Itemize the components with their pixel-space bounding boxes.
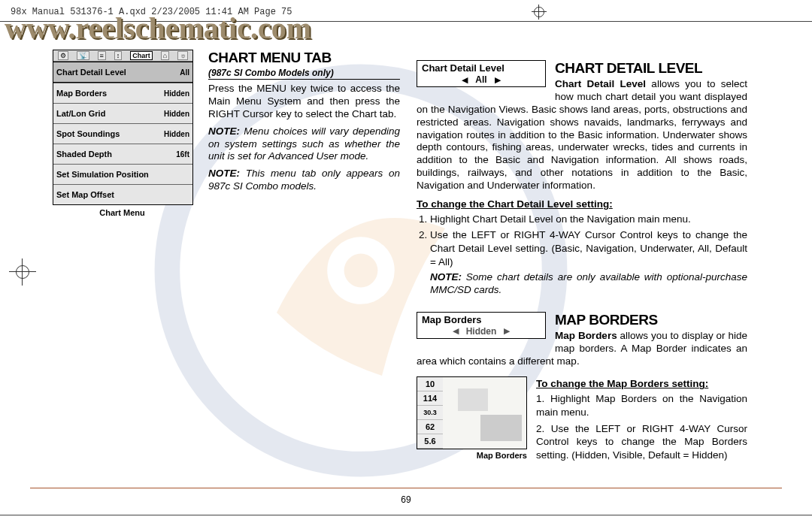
footer-rule — [30, 488, 782, 488]
setting-label: Chart Detail Level — [417, 61, 545, 74]
page-number: 69 — [0, 494, 812, 505]
row-label: Spot Soundings — [56, 129, 120, 138]
thumb-value: 62 — [417, 420, 443, 434]
menu-row: Map Borders Hidden — [53, 83, 192, 103]
row-label: Map Borders — [56, 89, 107, 98]
left-arrow-icon: ◀ — [462, 75, 468, 85]
menu-row: Lat/Lon Grid Hidden — [53, 103, 192, 123]
subtitle-models-only: (987c SI Combo Models only) — [208, 68, 400, 80]
menu-row: Spot Soundings Hidden — [53, 123, 192, 144]
note-1: NOTE: Menu choices will vary depending o… — [208, 125, 400, 164]
tab-icon: 📡 — [77, 51, 89, 60]
thumb-value: 10 — [417, 377, 443, 391]
row-value: Hidden — [164, 89, 189, 98]
thumb-value: 5.6 — [417, 434, 443, 449]
row-label: Set Map Offset — [56, 190, 114, 199]
chart-detail-steps: Highlight Chart Detail Level on the Navi… — [430, 213, 747, 268]
tab-chart-active: Chart — [130, 51, 153, 60]
menu-row-chart-detail: Chart Detail Level All — [53, 62, 192, 83]
right-arrow-icon: ▶ — [495, 75, 501, 85]
setting-value: All — [475, 74, 486, 85]
row-label: Set Simulation Position — [56, 170, 149, 179]
right-column: Chart Detail Level ◀ All ▶ CHART DETAIL … — [417, 50, 747, 461]
row-value: 16ft — [176, 150, 189, 159]
setting-label: Map Borders — [417, 313, 545, 325]
chart-detail-level-para: Chart Detail Level allows you to select … — [417, 78, 747, 192]
chart-detail-level-box: Chart Detail Level ◀ All ▶ — [417, 60, 546, 87]
row-label: Shaded Depth — [56, 150, 112, 159]
chart-detail-level-section: Chart Detail Level ◀ All ▶ CHART DETAIL … — [417, 60, 747, 301]
middle-column: CHART MENU TAB (987c SI Combo Models onl… — [208, 50, 400, 461]
chart-menu-tab-para: Press the MENU key twice to access the M… — [208, 83, 400, 121]
chart-menu-screenshot: ⚙ 📡 ≡ ↕ Chart ⌂ ☼ Chart Detail Level All… — [53, 50, 193, 205]
menu-row: Set Simulation Position — [53, 164, 192, 184]
map-thumbnail-caption: Map Borders — [417, 451, 527, 460]
thumb-value: 114 — [417, 391, 443, 406]
tab-icon: ↕ — [114, 51, 123, 60]
chart-menu-caption: Chart Menu — [53, 208, 192, 217]
left-arrow-icon: ◀ — [453, 326, 459, 336]
step: Use the LEFT or RIGHT 4-WAY Cursor Contr… — [430, 228, 747, 268]
tab-icon: ⚙ — [58, 51, 68, 60]
menu-row: Shaded Depth 16ft — [53, 144, 192, 164]
chart-menu-tab-heading: CHART MENU TAB — [208, 50, 400, 66]
setting-value: Hidden — [466, 326, 497, 337]
right-arrow-icon: ▶ — [504, 326, 510, 336]
row-label: Chart Detail Level — [56, 68, 126, 77]
menu-row: Set Map Offset — [53, 184, 192, 204]
map-borders-box: Map Borders ◀ Hidden ▶ — [417, 312, 546, 339]
tab-icon: ☼ — [177, 51, 188, 60]
chart-menu-tabs: ⚙ 📡 ≡ ↕ Chart ⌂ ☼ — [53, 50, 192, 62]
bottom-rule — [0, 515, 812, 515]
row-value: Hidden — [164, 130, 189, 138]
tab-icon: ≡ — [98, 51, 106, 60]
map-borders-figure: 10 114 30.3 62 5.6 Map Borders — [417, 376, 527, 460]
instructions-heading: To change the Chart Detail Level setting… — [417, 198, 747, 210]
row-value: All — [180, 68, 189, 77]
note-3: NOTE: Some chart details are only availa… — [430, 271, 747, 297]
row-value: Hidden — [164, 110, 189, 118]
row-label: Lat/Lon Grid — [56, 109, 105, 118]
tab-icon: ⌂ — [161, 51, 169, 60]
chart-menu-figure: ⚙ 📡 ≡ ↕ Chart ⌂ ☼ Chart Detail Level All… — [53, 50, 192, 461]
map-thumbnail: 10 114 30.3 62 5.6 — [417, 376, 527, 449]
note-2: NOTE: This menu tab only appears on 987c… — [208, 168, 400, 193]
map-borders-section: Map Borders ◀ Hidden ▶ MAP BORDERS Map B… — [417, 312, 747, 461]
step: Highlight Chart Detail Level on the Navi… — [430, 213, 747, 226]
watermark-url: www.reelschematic.com — [0, 11, 812, 46]
thumb-value: 30.3 — [417, 406, 443, 420]
